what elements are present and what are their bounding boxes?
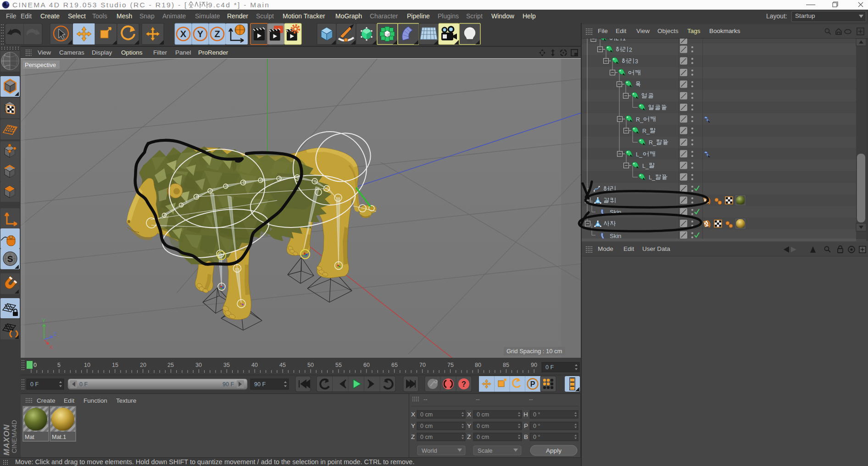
- svg-text:60: 60: [363, 362, 370, 368]
- svg-text:25: 25: [167, 362, 174, 368]
- svg-text:X: X: [180, 29, 187, 39]
- svg-text:X: X: [467, 411, 471, 418]
- svg-text:Grid Spacing : 10 cm: Grid Spacing : 10 cm: [506, 348, 562, 355]
- svg-text:0 cm: 0 cm: [420, 411, 433, 418]
- svg-text:Y: Y: [467, 422, 471, 429]
- svg-text:0 cm: 0 cm: [420, 434, 433, 440]
- svg-text:40: 40: [251, 362, 258, 368]
- svg-text:80: 80: [475, 362, 481, 368]
- svg-text:Perspective: Perspective: [25, 61, 56, 68]
- svg-text:0 cm: 0 cm: [477, 411, 489, 418]
- svg-text:65: 65: [391, 362, 398, 368]
- svg-text:H: H: [523, 411, 528, 418]
- svg-text:X: X: [50, 345, 53, 350]
- svg-text:0 F: 0 F: [30, 381, 39, 388]
- svg-text:World: World: [422, 447, 437, 454]
- svg-text:45: 45: [279, 362, 286, 368]
- svg-text:Y: Y: [197, 29, 204, 39]
- svg-text:90 F: 90 F: [223, 381, 234, 388]
- svg-text:Z: Z: [411, 433, 415, 440]
- svg-text:20: 20: [140, 362, 146, 368]
- svg-text:P: P: [524, 422, 528, 429]
- svg-text:P: P: [530, 380, 535, 388]
- svg-text:0 °: 0 °: [533, 411, 540, 418]
- svg-text:5: 5: [57, 362, 61, 368]
- svg-text:--: --: [529, 396, 533, 403]
- svg-text:0 cm: 0 cm: [477, 434, 489, 440]
- svg-text:Apply: Apply: [546, 447, 562, 454]
- svg-text:55: 55: [335, 362, 342, 368]
- svg-text:B: B: [524, 433, 528, 440]
- svg-text:90 F: 90 F: [254, 381, 266, 388]
- svg-text:Y: Y: [411, 422, 415, 429]
- svg-text:0 cm: 0 cm: [420, 423, 433, 429]
- svg-text:--: --: [476, 396, 480, 403]
- svg-text:30: 30: [195, 362, 202, 368]
- svg-text:50: 50: [307, 362, 314, 368]
- svg-text:Mat: Mat: [25, 434, 34, 440]
- svg-text:35: 35: [223, 362, 230, 368]
- svg-text:3: 3: [635, 58, 638, 65]
- svg-text:Skin: Skin: [610, 209, 621, 216]
- svg-text:L_: L_: [649, 174, 656, 181]
- svg-text:R_: R_: [649, 139, 657, 146]
- svg-text:0: 0: [33, 362, 37, 368]
- svg-text:90: 90: [531, 362, 537, 368]
- svg-text:Y: Y: [42, 318, 45, 323]
- svg-text:?: ?: [462, 380, 466, 388]
- svg-text:Skin: Skin: [610, 233, 621, 239]
- svg-text:Z: Z: [54, 332, 56, 337]
- svg-text:0 F: 0 F: [545, 364, 554, 371]
- svg-text:2: 2: [629, 47, 632, 53]
- svg-text:Scale: Scale: [478, 447, 493, 454]
- svg-text:0 °: 0 °: [533, 434, 540, 440]
- svg-text:Mat.1: Mat.1: [52, 434, 66, 440]
- svg-text:15: 15: [112, 362, 118, 368]
- svg-text:1: 1: [623, 39, 626, 42]
- svg-text:0 °: 0 °: [533, 423, 540, 429]
- svg-text:Z: Z: [214, 29, 220, 39]
- svg-text:85: 85: [503, 362, 509, 368]
- svg-text:0 cm: 0 cm: [477, 423, 489, 429]
- svg-text:0 F: 0 F: [79, 381, 88, 388]
- svg-text:Z: Z: [467, 433, 471, 440]
- svg-text:L_: L_: [642, 163, 649, 169]
- svg-text:X: X: [411, 411, 415, 418]
- svg-text:L_: L_: [636, 151, 643, 158]
- svg-text:70: 70: [419, 362, 426, 368]
- svg-text:10: 10: [84, 362, 90, 368]
- svg-text:75: 75: [447, 362, 454, 368]
- svg-text:--: --: [423, 396, 428, 403]
- svg-text:S: S: [7, 254, 13, 264]
- svg-text:R_: R_: [642, 128, 650, 134]
- svg-text:R_: R_: [636, 116, 644, 123]
